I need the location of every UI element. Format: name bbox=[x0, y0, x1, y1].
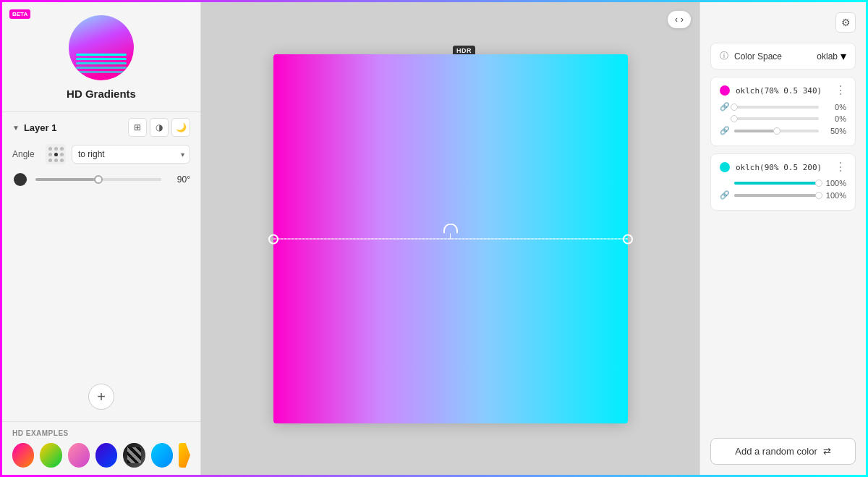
slider-value-1a: 0% bbox=[823, 103, 846, 111]
color-stop-1-header: oklch(70% 0.5 340) ⋮ bbox=[720, 85, 846, 96]
main-canvas: ‹ › HDR bbox=[201, 2, 699, 475]
slider-track-1c[interactable] bbox=[734, 130, 819, 132]
color-space-select[interactable]: oklab ▾ bbox=[817, 49, 846, 63]
slider-row-1a: 🔗 0% bbox=[720, 102, 846, 111]
app-title: HD Gradients bbox=[67, 88, 136, 100]
layer-icons: ⊞ ◑ 🌙 bbox=[128, 118, 190, 137]
canvas-nav[interactable]: ‹ › bbox=[668, 11, 691, 28]
nav-right-icon: › bbox=[681, 14, 684, 25]
dot-8 bbox=[54, 159, 58, 162]
add-random-color-button[interactable]: Add a random color ⇄ bbox=[710, 438, 856, 465]
app-logo bbox=[69, 15, 134, 80]
dot-7 bbox=[48, 159, 52, 162]
example-1[interactable] bbox=[12, 443, 34, 468]
sidebar: BETA HD Gradients ▼ bbox=[2, 2, 201, 475]
layer-section: ▼ Layer 1 ⊞ ◑ 🌙 Angle bbox=[2, 111, 200, 198]
color-dot-2[interactable] bbox=[720, 162, 730, 172]
example-4[interactable] bbox=[95, 443, 117, 468]
example-6[interactable] bbox=[151, 443, 173, 468]
layer-circle-icon[interactable]: ◑ bbox=[150, 118, 169, 137]
layer-title-row: ▼ Layer 1 bbox=[12, 122, 56, 133]
slider-track-1a[interactable] bbox=[734, 106, 819, 109]
sidebar-bottom: + bbox=[2, 198, 200, 421]
slider-thumb-1c[interactable] bbox=[773, 127, 780, 135]
color-stop-1-sliders: 🔗 0% 0% 🔗 bbox=[720, 102, 846, 135]
dot-3 bbox=[60, 147, 64, 151]
slider-fill-2b bbox=[734, 194, 819, 197]
example-2[interactable] bbox=[40, 443, 61, 468]
link3-icon: 🔗 bbox=[720, 190, 730, 200]
link2-icon: 🔗 bbox=[720, 126, 730, 135]
angle-label: Angle bbox=[12, 149, 40, 159]
example-3[interactable] bbox=[68, 443, 90, 468]
color-stop-2-sliders: 100% 🔗 100% bbox=[720, 179, 846, 200]
dot-5 bbox=[54, 153, 58, 156]
slider-thumb-2a[interactable] bbox=[815, 180, 822, 187]
slider-thumb-1a[interactable] bbox=[731, 104, 738, 111]
angle-select-wrap[interactable]: to right to left to top to bottom ▾ bbox=[72, 145, 190, 164]
rotation-slider-row: 90° bbox=[12, 172, 190, 187]
midpoint-arc-icon bbox=[443, 223, 458, 233]
panel-header: ⚙ bbox=[710, 12, 856, 33]
layer-name: Layer 1 bbox=[24, 122, 57, 133]
info-icon: ⓘ bbox=[720, 50, 728, 62]
dot-9 bbox=[60, 159, 64, 162]
gradient-preview[interactable] bbox=[273, 54, 628, 423]
slider-value-1b: 0% bbox=[823, 114, 846, 123]
slider-track-2a[interactable] bbox=[734, 182, 819, 185]
rotation-slider-fill bbox=[35, 178, 98, 181]
color-space-chevron-icon: ▾ bbox=[841, 49, 846, 63]
rotation-icon bbox=[12, 172, 28, 187]
rotation-slider-track[interactable] bbox=[35, 178, 161, 181]
rotation-slider-thumb[interactable] bbox=[94, 175, 103, 184]
angle-select[interactable]: to right to left to top to bottom bbox=[72, 145, 190, 164]
color-stop-card-2: oklch(90% 0.5 200) ⋮ 100% 🔗 bbox=[710, 153, 856, 211]
gradient-line bbox=[273, 238, 628, 239]
dot-6 bbox=[60, 153, 64, 156]
gradient-midpoint[interactable] bbox=[443, 223, 458, 239]
right-panel: ⚙ ⓘ Color Space oklab ▾ oklch(70% 0.5 34… bbox=[699, 2, 866, 475]
layer-header: ▼ Layer 1 ⊞ ◑ 🌙 bbox=[12, 118, 190, 137]
rotation-value: 90° bbox=[169, 174, 190, 185]
slider-value-1c: 50% bbox=[823, 127, 846, 135]
settings-button[interactable]: ⚙ bbox=[835, 12, 856, 33]
nav-left-icon: ‹ bbox=[675, 14, 678, 25]
add-layer-button[interactable]: + bbox=[88, 384, 114, 410]
color-space-label: Color Space bbox=[734, 51, 811, 62]
slider-row-1c: 🔗 50% bbox=[720, 126, 846, 135]
layer-chevron-icon[interactable]: ▼ bbox=[12, 124, 20, 132]
color-dot-1[interactable] bbox=[720, 85, 730, 96]
slider-fill-1c bbox=[734, 130, 777, 132]
link-icon: 🔗 bbox=[720, 102, 730, 111]
slider-thumb-2b[interactable] bbox=[815, 192, 822, 199]
dot-1 bbox=[48, 147, 52, 151]
color-label-1: oklch(70% 0.5 340) bbox=[736, 86, 829, 96]
example-7[interactable] bbox=[179, 443, 190, 468]
layer-moon-icon[interactable]: 🌙 bbox=[171, 118, 190, 137]
dot-4 bbox=[48, 153, 52, 156]
dot-2 bbox=[54, 147, 58, 151]
color-stop-2-more-button[interactable]: ⋮ bbox=[835, 161, 846, 173]
slider-fill-2a bbox=[734, 182, 819, 185]
gradient-stop-right[interactable] bbox=[623, 234, 633, 244]
slider-track-1b[interactable] bbox=[734, 117, 819, 120]
slider-thumb-1b[interactable] bbox=[731, 115, 738, 122]
beta-badge: BETA bbox=[9, 9, 30, 19]
shuffle-icon: ⇄ bbox=[823, 446, 831, 457]
color-stop-card-1: oklch(70% 0.5 340) ⋮ 🔗 0% bbox=[710, 77, 856, 146]
slider-track-2b[interactable] bbox=[734, 194, 819, 197]
dot-grid[interactable] bbox=[46, 144, 66, 164]
color-space-row: ⓘ Color Space oklab ▾ bbox=[710, 43, 856, 69]
slider-row-2b: 🔗 100% bbox=[720, 190, 846, 200]
slider-row-2a: 100% bbox=[720, 179, 846, 187]
layer-grid-icon[interactable]: ⊞ bbox=[128, 118, 147, 137]
example-5[interactable] bbox=[123, 443, 145, 468]
slider-value-2a: 100% bbox=[823, 179, 846, 187]
color-stop-2-header: oklch(90% 0.5 200) ⋮ bbox=[720, 161, 846, 173]
angle-row: Angle to right to left to t bbox=[12, 144, 190, 164]
color-stop-1-more-button[interactable]: ⋮ bbox=[835, 85, 846, 96]
midpoint-tick bbox=[450, 233, 451, 239]
color-label-2: oklch(90% 0.5 200) bbox=[736, 163, 829, 172]
color-space-value: oklab bbox=[817, 51, 838, 62]
gradient-stop-left[interactable] bbox=[268, 234, 278, 244]
